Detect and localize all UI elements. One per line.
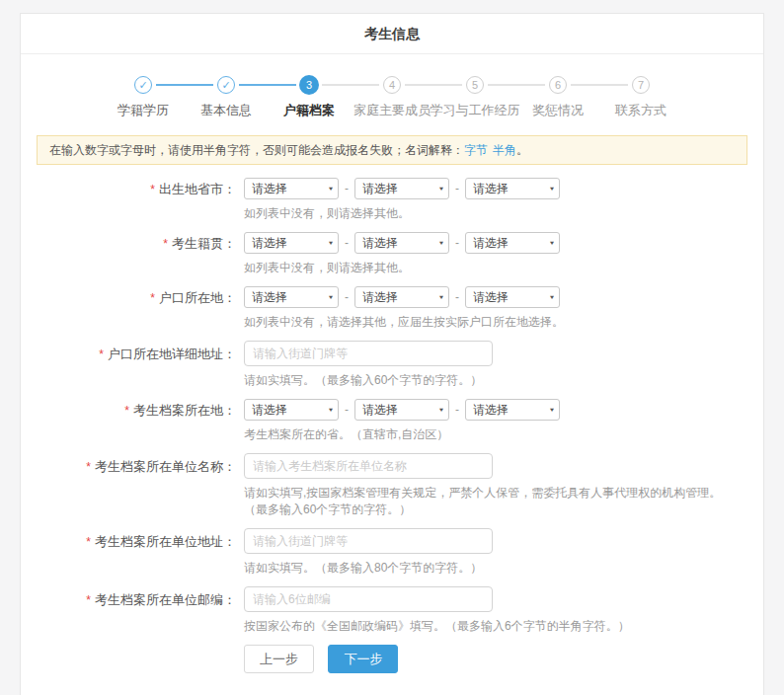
select-separator: - [345, 403, 349, 417]
step-1-label: 学籍学历 [118, 102, 169, 119]
dropdown-arrow-icon: ▾ [439, 406, 443, 413]
step-3-number: 3 [299, 75, 319, 95]
household-location-hint: 如列表中没有，请选择其他，应届生按实际户口所在地选择。 [244, 314, 740, 331]
required-mark: * [150, 183, 155, 196]
step-2-circle-wrap: ✓ [214, 75, 238, 95]
archive-unit-postcode-input[interactable] [244, 586, 493, 612]
birthplace-province-select[interactable]: 请选择▾ [244, 178, 339, 199]
household-district-select[interactable]: 请选择▾ [465, 286, 560, 308]
step-study-work[interactable]: 5 学习与工作经历 [433, 75, 516, 119]
select-separator: - [345, 236, 349, 250]
step-1-circle-wrap: ✓ [131, 75, 155, 95]
halfwidth-term-link[interactable]: 半角 [493, 143, 516, 157]
required-mark: * [86, 535, 91, 549]
step-7-circle-wrap: 7 [629, 75, 653, 95]
dropdown-arrow-icon: ▾ [329, 185, 333, 192]
archive-unit-name-input[interactable] [244, 453, 493, 479]
candidate-info-card: 考生信息 ✓ 学籍学历 ✓ 基本信息 3 户籍档案 4 家庭主要成员 [20, 13, 764, 695]
birthplace-city-select[interactable]: 请选择▾ [354, 178, 449, 199]
step-4-circle-wrap: 4 [380, 75, 404, 95]
dropdown-arrow-icon: ▾ [439, 293, 443, 300]
step-xueji-xueli[interactable]: ✓ 学籍学历 [102, 75, 185, 119]
byte-term-link[interactable]: 字节 [464, 143, 488, 157]
required-mark: * [99, 348, 104, 361]
notice-suffix: 。 [516, 143, 528, 157]
dropdown-arrow-icon: ▾ [439, 239, 443, 246]
step-3-circle-wrap: 3 [296, 75, 322, 95]
step-basic-info[interactable]: ✓ 基本信息 [185, 75, 268, 119]
native-place-province-select[interactable]: 请选择▾ [244, 232, 339, 254]
native-place-row: *考生籍贯： 请选择▾ - 请选择▾ - 请选择▾ 如列表中没有，则请选择其他。 [21, 232, 744, 276]
archive-unit-address-row: *考生档案所在单位地址： 请如实填写。（最多输入80个字节的字符。） [21, 528, 744, 577]
dropdown-arrow-icon: ▾ [329, 293, 333, 300]
step-5-circle-wrap: 5 [463, 75, 487, 95]
required-mark: * [124, 404, 129, 418]
select-separator: - [345, 290, 349, 304]
household-address-hint: 请如实填写。（最多输入60个字节的字符。） [244, 372, 740, 389]
archive-unit-address-hint: 请如实填写。（最多输入80个字节的字符。） [244, 560, 740, 577]
dropdown-arrow-icon: ▾ [550, 239, 554, 246]
household-archive-form: *出生地省市： 请选择▾ - 请选择▾ - 请选择▾ 如列表中没有，则请选择其他… [21, 165, 763, 695]
archive-location-hint: 考生档案所在的省。（直辖市,自治区） [244, 426, 740, 443]
step-2-label: 基本信息 [200, 102, 252, 119]
archive-district-select[interactable]: 请选择▾ [465, 399, 560, 421]
household-location-label: *户口所在地： [21, 286, 236, 331]
household-address-input[interactable] [244, 341, 493, 366]
page-title: 考生信息 [21, 14, 763, 54]
household-province-select[interactable]: 请选择▾ [244, 286, 339, 308]
required-mark: * [86, 593, 91, 607]
form-footer: 上一步 下一步 [244, 645, 744, 695]
household-city-select[interactable]: 请选择▾ [354, 286, 449, 308]
step-5-label: 学习与工作经历 [431, 102, 520, 119]
notice-text: 在输入数字或字母时，请使用半角字符，否则可能会造成报名失败；名词解释： [49, 143, 464, 157]
household-address-label: *户口所在地详细地址： [21, 341, 236, 389]
dropdown-arrow-icon: ▾ [550, 406, 554, 413]
dropdown-arrow-icon: ▾ [329, 239, 333, 246]
birthplace-hint: 如列表中没有，则请选择其他。 [244, 205, 740, 222]
step-7-number: 7 [632, 76, 650, 94]
dropdown-arrow-icon: ▾ [550, 185, 554, 192]
step-4-label: 家庭主要成员 [353, 102, 431, 119]
step-6-number: 6 [549, 76, 567, 94]
birthplace-label: *出生地省市： [21, 178, 236, 222]
step-family-members[interactable]: 4 家庭主要成员 [351, 75, 433, 119]
archive-unit-postcode-row: *考生档案所在单位邮编： 按国家公布的《全国邮政编码》填写。（最多输入6个字节的… [21, 586, 744, 635]
dropdown-arrow-icon: ▾ [329, 406, 333, 413]
dropdown-arrow-icon: ▾ [439, 185, 443, 192]
step-contact[interactable]: 7 联系方式 [599, 75, 682, 119]
select-separator: - [455, 236, 459, 250]
check-icon: ✓ [134, 76, 152, 94]
select-separator: - [455, 403, 459, 417]
archive-unit-address-input[interactable] [244, 528, 493, 554]
archive-location-row: *考生档案所在地： 请选择▾ - 请选择▾ - 请选择▾ 考生档案所在的省。（直… [21, 399, 744, 443]
native-place-district-select[interactable]: 请选择▾ [465, 232, 560, 254]
halfwidth-notice-bar: 在输入数字或字母时，请使用半角字符，否则可能会造成报名失败；名词解释：字节半角。 [37, 135, 747, 165]
next-step-button[interactable]: 下一步 [328, 645, 398, 673]
archive-location-label: *考生档案所在地： [21, 399, 236, 443]
step-rewards[interactable]: 6 奖惩情况 [516, 75, 599, 119]
required-mark: * [163, 237, 168, 251]
select-separator: - [345, 182, 349, 195]
archive-province-select[interactable]: 请选择▾ [244, 399, 339, 421]
step-4-number: 4 [383, 76, 401, 94]
step-7-label: 联系方式 [615, 102, 666, 119]
step-6-label: 奖惩情况 [532, 102, 584, 119]
birthplace-row: *出生地省市： 请选择▾ - 请选择▾ - 请选择▾ 如列表中没有，则请选择其他… [21, 178, 744, 222]
archive-unit-postcode-label: *考生档案所在单位邮编： [21, 586, 236, 635]
native-place-city-select[interactable]: 请选择▾ [354, 232, 449, 254]
wizard-stepper: ✓ 学籍学历 ✓ 基本信息 3 户籍档案 4 家庭主要成员 5 学习与 [21, 54, 763, 133]
step-5-number: 5 [466, 76, 484, 94]
archive-unit-postcode-hint: 按国家公布的《全国邮政编码》填写。（最多输入6个字节的半角字符。） [244, 618, 740, 635]
step-6-circle-wrap: 6 [546, 75, 570, 95]
birthplace-district-select[interactable]: 请选择▾ [465, 178, 560, 199]
archive-city-select[interactable]: 请选择▾ [354, 399, 449, 421]
household-address-row: *户口所在地详细地址： 请如实填写。（最多输入60个字节的字符。） [21, 341, 744, 389]
household-location-row: *户口所在地： 请选择▾ - 请选择▾ - 请选择▾ 如列表中没有，请选择其他，… [21, 286, 744, 331]
native-place-label: *考生籍贯： [21, 232, 236, 276]
step-huji-dangan[interactable]: 3 户籍档案 [268, 75, 351, 119]
archive-unit-name-label: *考生档案所在单位名称： [21, 453, 236, 518]
dropdown-arrow-icon: ▾ [550, 293, 554, 300]
archive-unit-name-hint: 请如实填写,按国家档案管理有关规定，严禁个人保管，需委托具有人事代理权的机构管理… [244, 485, 740, 518]
prev-step-button[interactable]: 上一步 [244, 645, 314, 673]
check-icon: ✓ [217, 76, 235, 94]
